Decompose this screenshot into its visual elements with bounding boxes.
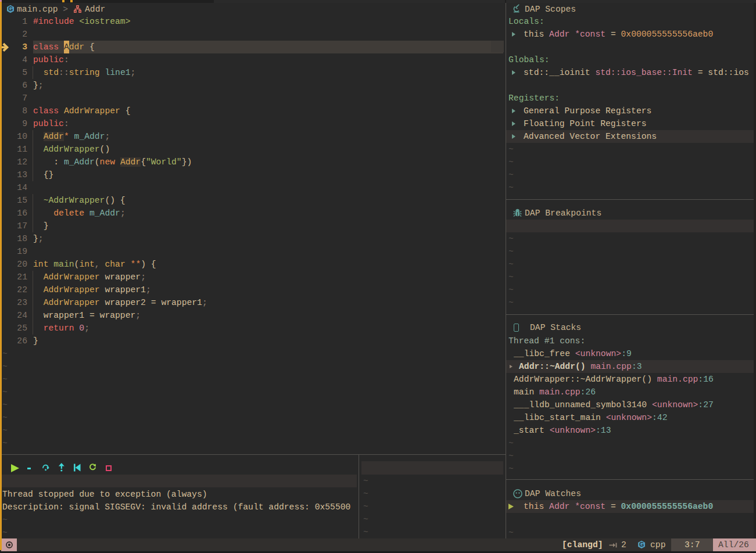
svg-text:G: G bbox=[8, 5, 13, 12]
svg-text:G: G bbox=[639, 541, 644, 548]
